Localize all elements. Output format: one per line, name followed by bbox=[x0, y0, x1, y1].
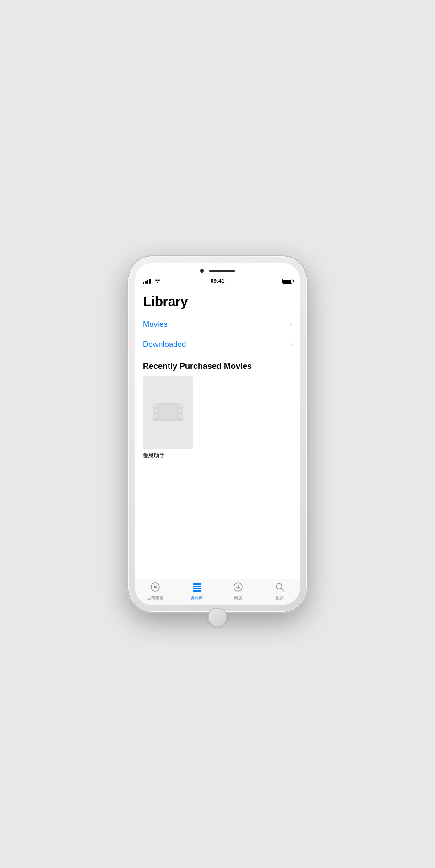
home-button[interactable] bbox=[208, 608, 227, 627]
tab-store-label: 商店 bbox=[234, 595, 242, 601]
movies-grid: 爱思助手 bbox=[135, 376, 300, 460]
recently-purchased-title: Recently Purchased Movies bbox=[135, 355, 300, 376]
now-playing-icon bbox=[150, 582, 160, 594]
movie-title: 爱思助手 bbox=[143, 452, 193, 460]
movies-list-item[interactable]: Movies › bbox=[135, 314, 300, 335]
library-icon bbox=[192, 582, 202, 594]
tab-search[interactable]: 搜索 bbox=[259, 582, 301, 601]
movie-thumbnail bbox=[143, 376, 193, 449]
tab-library[interactable]: 资料库 bbox=[176, 582, 218, 601]
movies-chevron-icon: › bbox=[290, 320, 292, 329]
status-left bbox=[143, 278, 193, 284]
tab-search-label: 搜索 bbox=[276, 595, 284, 601]
screen-content: Library Movies › Downloaded › Recently P… bbox=[135, 286, 300, 579]
status-time: 09:41 bbox=[193, 278, 243, 284]
page-title: Library bbox=[135, 286, 300, 314]
phone-screen: 09:41 Library Movies › Downloaded › bbox=[135, 263, 300, 605]
svg-rect-6 bbox=[178, 414, 183, 418]
phone-top-bar bbox=[135, 263, 300, 275]
battery-fill bbox=[283, 280, 291, 283]
battery-icon bbox=[282, 279, 292, 284]
tab-now-playing[interactable]: 立即观看 bbox=[135, 582, 176, 601]
svg-rect-13 bbox=[193, 590, 201, 592]
svg-rect-12 bbox=[193, 588, 201, 589]
svg-rect-10 bbox=[193, 583, 201, 585]
svg-line-18 bbox=[281, 588, 284, 591]
home-button-area bbox=[135, 605, 300, 629]
signal-bar-4 bbox=[149, 279, 151, 284]
movies-label: Movies bbox=[143, 320, 290, 329]
svg-rect-7 bbox=[159, 404, 177, 420]
speaker-bar bbox=[209, 270, 235, 272]
tab-now-playing-label: 立即观看 bbox=[147, 595, 163, 601]
svg-rect-3 bbox=[153, 414, 158, 418]
tab-store[interactable]: 商店 bbox=[218, 582, 259, 601]
tab-library-label: 资料库 bbox=[190, 595, 203, 601]
status-right bbox=[242, 279, 292, 284]
status-bar: 09:41 bbox=[135, 275, 300, 286]
store-icon bbox=[233, 582, 243, 594]
svg-rect-1 bbox=[153, 403, 158, 407]
downloaded-label: Downloaded bbox=[143, 340, 290, 349]
signal-bar-3 bbox=[147, 280, 148, 284]
downloaded-list-item[interactable]: Downloaded › bbox=[135, 335, 300, 355]
signal-bars-icon bbox=[143, 278, 151, 284]
svg-marker-9 bbox=[154, 586, 158, 589]
signal-bar-1 bbox=[143, 282, 144, 284]
svg-rect-5 bbox=[178, 409, 183, 412]
film-icon bbox=[152, 400, 184, 425]
signal-bar-2 bbox=[145, 281, 147, 284]
tab-bar: 立即观看 资料库 bbox=[135, 579, 300, 605]
camera-dot bbox=[200, 269, 204, 273]
svg-rect-11 bbox=[193, 586, 201, 587]
svg-rect-4 bbox=[178, 403, 183, 407]
svg-rect-2 bbox=[153, 409, 158, 412]
movie-card[interactable]: 爱思助手 bbox=[143, 376, 193, 460]
search-icon bbox=[275, 582, 285, 594]
downloaded-chevron-icon: › bbox=[290, 341, 292, 349]
phone-device: 09:41 Library Movies › Downloaded › bbox=[128, 256, 307, 612]
wifi-icon bbox=[154, 278, 161, 284]
